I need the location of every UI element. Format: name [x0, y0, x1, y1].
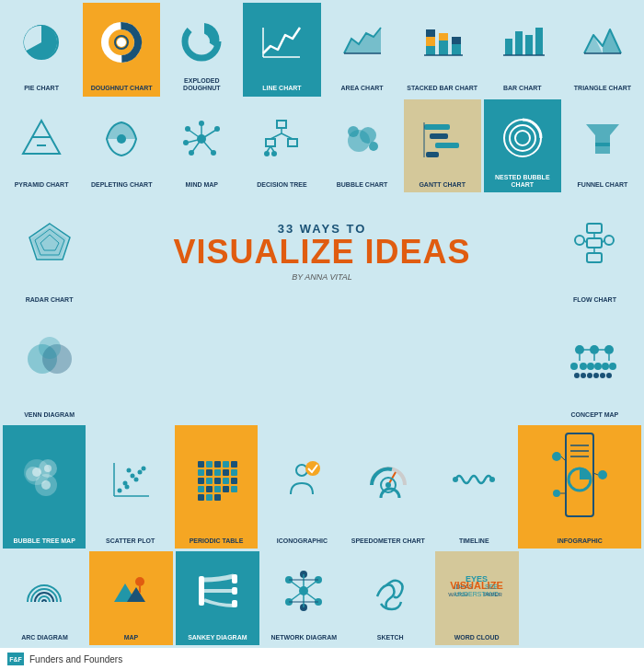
svg-rect-136	[198, 486, 204, 492]
svg-point-157	[598, 470, 607, 479]
timeline-cell[interactable]: TIMELINE	[432, 425, 515, 549]
nested-bubble-label: NESTED BUBBLE CHART	[486, 174, 559, 190]
gantt-chart-cell[interactable]: GANTT CHART	[404, 99, 481, 193]
speedometer-chart-cell[interactable]: SPEEDOMETER CHART	[347, 425, 430, 549]
svg-text:SEE: SEE	[485, 583, 498, 590]
svg-rect-72	[587, 224, 602, 233]
title-area: 33 WAYS TO VISUALIZE IDEAS BY ANNA VITAL	[98, 195, 546, 307]
periodic-table-label: PERIODIC TABLE	[190, 530, 244, 545]
svg-rect-126	[198, 469, 204, 476]
concept-map-cell[interactable]: CONCEPT MAP	[548, 310, 641, 422]
mind-map-cell[interactable]: MIND MAP	[163, 99, 240, 193]
sketch-cell[interactable]: SKETCH	[349, 551, 432, 645]
sankey-diagram-cell[interactable]: SANKEY DIAGRAM	[176, 551, 259, 645]
funnel-chart-label: FUNNEL CHART	[578, 174, 628, 189]
line-chart-cell[interactable]: LINE CHART	[243, 3, 320, 97]
arc-diagram-cell[interactable]: ARC DIAGRAM	[3, 551, 86, 645]
svg-point-145	[305, 461, 320, 476]
svg-point-77	[604, 236, 614, 245]
iconographic-label: ICONOGRAPHIC	[277, 530, 328, 545]
mind-map-label: MIND MAP	[186, 174, 218, 189]
network-diagram-cell[interactable]: NETWORK DIAGRAM	[262, 551, 346, 645]
svg-point-115	[124, 485, 129, 490]
svg-rect-128	[214, 469, 221, 476]
footer: F&F Funders and Founders	[0, 648, 644, 670]
svg-rect-130	[231, 469, 237, 476]
svg-point-150	[489, 477, 495, 482]
svg-rect-22	[535, 28, 543, 55]
area-chart-cell[interactable]: AREA CHART	[324, 3, 401, 97]
triangle-chart-label: TRIANGLE CHART	[574, 78, 631, 93]
radar-chart-cell[interactable]: RADAR CHART	[3, 195, 96, 307]
word-cloud-label: WORD CLOUD	[454, 627, 500, 641]
svg-marker-24	[584, 35, 603, 53]
venn-diagram-cell[interactable]: VENN DIAGRAM	[3, 310, 96, 422]
logo-text: F&F	[9, 656, 22, 663]
svg-point-98	[574, 373, 580, 378]
depleting-chart-cell[interactable]: DEPLETING CHART	[83, 99, 160, 193]
svg-point-99	[581, 373, 586, 378]
nested-bubble-chart-cell[interactable]: NESTED BUBBLE CHART	[484, 99, 561, 193]
stacked-bar-chart-cell[interactable]: STACKED BAR CHART	[404, 3, 481, 97]
timeline-label: TIMELINE	[459, 530, 489, 545]
funnel-chart-cell[interactable]: FUNNEL CHART	[564, 99, 641, 193]
svg-point-120	[126, 468, 131, 473]
svg-line-177	[289, 580, 304, 591]
svg-point-92	[570, 363, 578, 370]
svg-point-118	[137, 470, 142, 475]
periodic-table-cell[interactable]: PERIODIC TABLE	[175, 425, 258, 549]
bar-chart-label: BAR CHART	[503, 78, 542, 93]
svg-rect-48	[266, 139, 275, 146]
bubble-chart-cell[interactable]: BUBBLE CHART	[324, 99, 401, 193]
svg-point-56	[348, 126, 359, 137]
map-cell[interactable]: MAP	[89, 551, 173, 645]
svg-point-119	[141, 467, 145, 471]
doughnut-chart-cell[interactable]: DOUGHNUT CHART	[83, 3, 160, 97]
svg-rect-143	[214, 494, 221, 501]
infographic-cell[interactable]: INFOGRAPHIC	[518, 425, 641, 549]
svg-rect-122	[206, 461, 213, 468]
svg-rect-129	[223, 469, 229, 476]
svg-rect-20	[515, 31, 523, 55]
scatter-plot-label: SCATTER PLOT	[106, 530, 155, 545]
svg-line-179	[289, 591, 304, 602]
row-4: VENN DIAGRAM	[3, 310, 641, 422]
svg-rect-80	[587, 253, 602, 262]
svg-line-42	[201, 130, 216, 139]
iconographic-cell[interactable]: ICONOGRAPHIC	[260, 425, 343, 549]
svg-rect-61	[426, 152, 439, 157]
scatter-plot-cell[interactable]: SCATTER PLOT	[88, 425, 171, 549]
svg-rect-19	[505, 39, 512, 55]
svg-rect-134	[223, 478, 229, 484]
decision-tree-cell[interactable]: DECISION TREE	[243, 99, 320, 193]
svg-line-180	[304, 591, 318, 602]
pyramid-chart-label: PYRAMID CHART	[15, 174, 69, 189]
pie-chart-cell[interactable]: PIE CHART	[3, 3, 80, 97]
triangle-chart-cell[interactable]: TRIANGLE CHART	[564, 3, 641, 97]
area-chart-label: AREA CHART	[341, 78, 384, 93]
svg-point-102	[600, 373, 605, 378]
bar-chart-cell[interactable]: BAR CHART	[484, 3, 561, 97]
svg-point-158	[553, 490, 560, 497]
svg-point-149	[453, 477, 458, 482]
svg-point-100	[587, 373, 592, 378]
flow-chart-label: FLOW CHART	[573, 289, 616, 304]
svg-point-147	[385, 482, 391, 488]
svg-rect-135	[231, 478, 237, 484]
svg-rect-74	[587, 238, 602, 248]
network-diagram-label: NETWORK DIAGRAM	[271, 627, 338, 641]
svg-rect-169	[232, 600, 237, 607]
row-5: BUBBLE TREE MAP	[3, 425, 641, 549]
svg-line-40	[201, 139, 213, 152]
svg-point-41	[211, 150, 216, 156]
title-line2: VISUALIZE IDEAS	[173, 236, 470, 269]
svg-rect-121	[198, 461, 204, 468]
bubble-tree-map-cell[interactable]: BUBBLE TREE MAP	[3, 425, 86, 549]
pyramid-chart-cell[interactable]: PYRAMID CHART	[3, 99, 80, 193]
exploded-doughnut-cell[interactable]: EXPLODED DOUGHNUT	[163, 3, 240, 97]
word-cloud-cell[interactable]: EYES IDEAS VISUALIZE SEE WATCH UNDERSTAN…	[435, 551, 519, 645]
doughnut-chart-label: DOUGHNUT CHART	[91, 78, 153, 93]
flow-chart-cell[interactable]: FLOW CHART	[548, 195, 641, 307]
row-1: PIE CHART DOUGHNUT CHART	[3, 3, 641, 97]
svg-rect-167	[232, 574, 237, 583]
